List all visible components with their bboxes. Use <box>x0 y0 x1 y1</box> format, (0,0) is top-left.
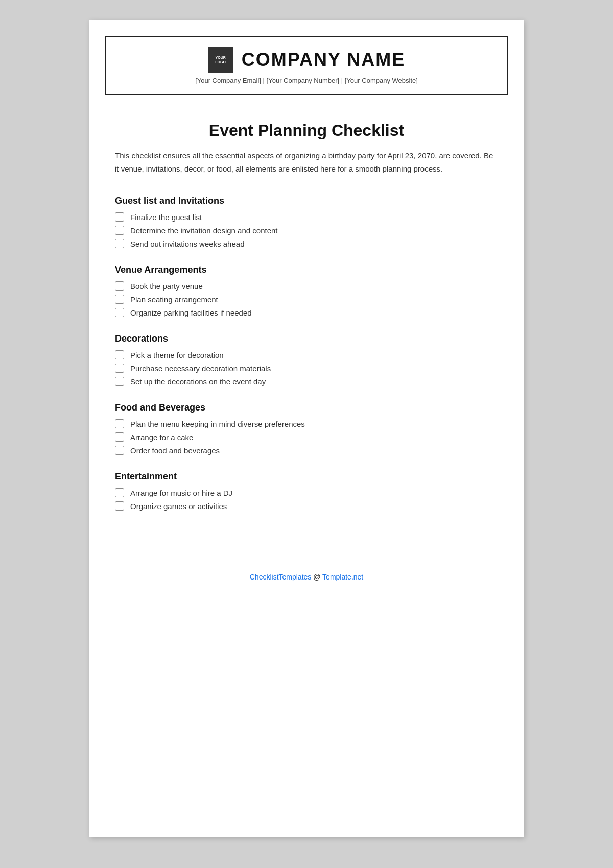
checklist-item-label: Organize games or activities <box>130 502 227 511</box>
section-2: DecorationsPick a theme for decorationPu… <box>115 333 498 386</box>
list-item: Organize games or activities <box>115 501 498 511</box>
checkbox[interactable] <box>115 281 124 291</box>
checkbox[interactable] <box>115 501 124 511</box>
section-title-1: Venue Arrangements <box>115 264 498 275</box>
company-name: COMPANY NAME <box>242 49 406 70</box>
list-item: Send out invitations weeks ahead <box>115 239 498 248</box>
sections-container: Guest list and InvitationsFinalize the g… <box>115 196 498 511</box>
document-page: YOUR LOGO COMPANY NAME [Your Company Ema… <box>89 20 524 837</box>
document-header: YOUR LOGO COMPANY NAME [Your Company Ema… <box>105 36 508 95</box>
checkbox[interactable] <box>115 295 124 304</box>
logo-line2: LOGO <box>215 60 226 64</box>
list-item: Book the party venue <box>115 281 498 291</box>
section-title-2: Decorations <box>115 333 498 344</box>
checklist-item-label: Determine the invitation design and cont… <box>130 226 278 235</box>
section-title-4: Entertainment <box>115 471 498 482</box>
checklist-item-label: Pick a theme for decoration <box>130 351 224 359</box>
checkbox[interactable] <box>115 212 124 222</box>
checklist-item-label: Order food and beverages <box>130 446 220 455</box>
footer-text: ChecklistTemplates @ Template.net <box>250 573 364 581</box>
footer-separator: @ <box>313 573 322 581</box>
section-title-3: Food and Beverages <box>115 402 498 413</box>
checklist-templates-link[interactable]: ChecklistTemplates <box>250 573 312 581</box>
checklist-item-label: Plan seating arrangement <box>130 295 218 304</box>
list-item: Arrange for a cake <box>115 432 498 442</box>
checklist-item-label: Book the party venue <box>130 282 203 291</box>
list-item: Purchase necessary decoration materials <box>115 364 498 373</box>
checkbox[interactable] <box>115 239 124 248</box>
main-content: Event Planning Checklist This checklist … <box>89 95 524 542</box>
checkbox[interactable] <box>115 226 124 235</box>
section-1: Venue ArrangementsBook the party venuePl… <box>115 264 498 317</box>
template-net-link[interactable]: Template.net <box>322 573 363 581</box>
checklist-item-label: Send out invitations weeks ahead <box>130 239 244 248</box>
document-title: Event Planning Checklist <box>115 121 498 140</box>
section-title-0: Guest list and Invitations <box>115 196 498 206</box>
checklist-item-label: Finalize the guest list <box>130 213 202 222</box>
list-item: Order food and beverages <box>115 446 498 455</box>
checklist-item-label: Organize parking facilities if needed <box>130 308 252 317</box>
company-logo: YOUR LOGO <box>208 47 233 73</box>
checkbox[interactable] <box>115 419 124 428</box>
checklist-item-label: Purchase necessary decoration materials <box>130 364 271 373</box>
section-4: EntertainmentArrange for music or hire a… <box>115 471 498 511</box>
logo-line1: YOUR <box>216 55 226 60</box>
checkbox[interactable] <box>115 377 124 386</box>
checkbox[interactable] <box>115 364 124 373</box>
document-description: This checklist ensures all the essential… <box>115 149 498 175</box>
header-contact: [Your Company Email] | [Your Company Num… <box>195 77 418 84</box>
checkbox[interactable] <box>115 432 124 442</box>
checkbox[interactable] <box>115 446 124 455</box>
checklist-item-label: Set up the decorations on the event day <box>130 377 266 386</box>
document-footer: ChecklistTemplates @ Template.net <box>89 563 524 591</box>
checkbox[interactable] <box>115 488 124 497</box>
checkbox[interactable] <box>115 308 124 317</box>
section-3: Food and BeveragesPlan the menu keeping … <box>115 402 498 455</box>
header-top: YOUR LOGO COMPANY NAME <box>208 47 406 73</box>
checklist-item-label: Arrange for music or hire a DJ <box>130 489 232 497</box>
list-item: Pick a theme for decoration <box>115 350 498 359</box>
checklist-item-label: Arrange for a cake <box>130 433 193 442</box>
list-item: Plan the menu keeping in mind diverse pr… <box>115 419 498 428</box>
list-item: Set up the decorations on the event day <box>115 377 498 386</box>
section-0: Guest list and InvitationsFinalize the g… <box>115 196 498 248</box>
list-item: Arrange for music or hire a DJ <box>115 488 498 497</box>
checklist-item-label: Plan the menu keeping in mind diverse pr… <box>130 420 305 428</box>
list-item: Finalize the guest list <box>115 212 498 222</box>
list-item: Determine the invitation design and cont… <box>115 226 498 235</box>
checkbox[interactable] <box>115 350 124 359</box>
list-item: Plan seating arrangement <box>115 295 498 304</box>
list-item: Organize parking facilities if needed <box>115 308 498 317</box>
